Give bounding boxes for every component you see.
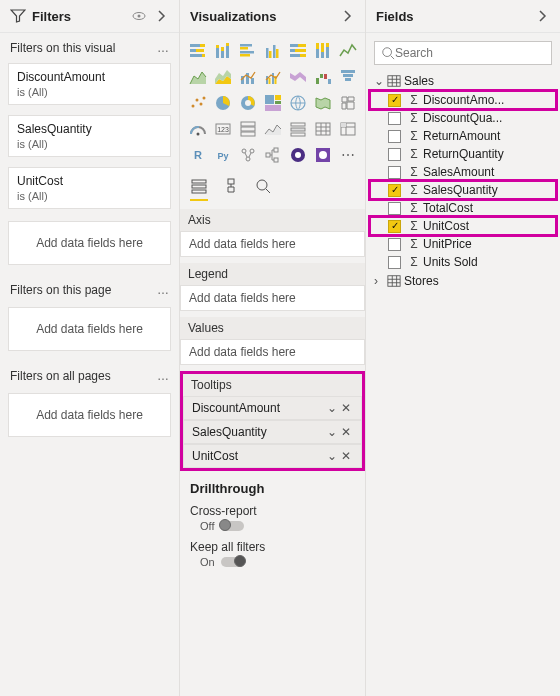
field-row[interactable]: ΣUnits Sold (370, 253, 556, 271)
stacked-bar-icon[interactable] (188, 41, 208, 61)
chevron-down-icon[interactable]: ⌄ (325, 425, 339, 439)
kpi-icon[interactable] (263, 119, 283, 139)
treemap-icon[interactable] (263, 93, 283, 113)
collapse-icon[interactable] (339, 8, 355, 24)
hundred-column-icon[interactable] (313, 41, 333, 61)
scatter-icon[interactable] (188, 93, 208, 113)
area-chart-icon[interactable] (188, 67, 208, 87)
add-fields-page[interactable]: Add data fields here (8, 307, 171, 351)
svg-rect-10 (221, 51, 224, 58)
analytics-tab[interactable] (254, 177, 272, 201)
field-row[interactable]: ΣDiscountAmo... (370, 91, 556, 109)
field-row[interactable]: ΣTotalCost (370, 199, 556, 217)
chevron-down-icon[interactable]: ⌄ (325, 401, 339, 415)
field-checkbox[interactable] (388, 148, 401, 161)
field-row[interactable]: ΣUnitCost (370, 217, 556, 235)
more-visuals-icon[interactable]: ⋯ (338, 145, 358, 165)
fields-tab[interactable] (190, 177, 208, 201)
cross-report-toggle[interactable]: Off (200, 520, 355, 532)
tooltip-field-pill[interactable]: DiscountAmount ⌄ ✕ (183, 396, 362, 420)
svg-rect-17 (240, 54, 250, 57)
search-input[interactable] (395, 46, 545, 60)
collapse-icon[interactable] (534, 8, 550, 24)
legend-bucket[interactable]: Add data fields here (180, 285, 365, 311)
decomposition-tree-icon[interactable] (263, 145, 283, 165)
field-label: DiscountAmo... (423, 93, 552, 107)
collapse-icon[interactable] (153, 8, 169, 24)
fields-search[interactable] (374, 41, 552, 65)
field-checkbox[interactable] (388, 112, 401, 125)
table-row[interactable]: ⌄Sales (370, 71, 556, 91)
python-visual-icon[interactable]: Py (213, 145, 233, 165)
field-checkbox[interactable] (388, 130, 401, 143)
filter-card[interactable]: SalesQuantity is (All) (8, 115, 171, 157)
values-bucket-label: Values (180, 317, 365, 339)
field-checkbox[interactable] (388, 184, 401, 197)
filled-map-icon[interactable] (313, 93, 333, 113)
field-row[interactable]: ΣReturnQuantity (370, 145, 556, 163)
visibility-icon[interactable] (131, 8, 147, 24)
values-bucket[interactable]: Add data fields here (180, 339, 365, 365)
table-row[interactable]: ›Stores (370, 271, 556, 291)
add-fields-all[interactable]: Add data fields here (8, 393, 171, 437)
svg-rect-20 (273, 45, 276, 58)
field-checkbox[interactable] (388, 202, 401, 215)
add-fields-visual[interactable]: Add data fields here (8, 221, 171, 265)
more-icon[interactable]: … (157, 41, 169, 55)
matrix-icon[interactable] (338, 119, 358, 139)
field-row[interactable]: ΣUnitPrice (370, 235, 556, 253)
hundred-bar-icon[interactable] (288, 41, 308, 61)
clustered-column-icon[interactable] (263, 41, 283, 61)
field-row[interactable]: ΣSalesQuantity (370, 181, 556, 199)
funnel-icon[interactable] (338, 67, 358, 87)
field-checkbox[interactable] (388, 256, 401, 269)
qa-visual-icon[interactable] (288, 145, 308, 165)
donut-icon[interactable] (238, 93, 258, 113)
tooltip-field-pill[interactable]: SalesQuantity ⌄ ✕ (183, 420, 362, 444)
slicer-icon[interactable] (288, 119, 308, 139)
line-stacked-column-icon[interactable] (238, 67, 258, 87)
field-row[interactable]: ΣDiscountQua... (370, 109, 556, 127)
svg-rect-46 (343, 74, 353, 77)
stacked-area-icon[interactable] (213, 67, 233, 87)
field-checkbox[interactable] (388, 238, 401, 251)
clustered-bar-icon[interactable] (238, 41, 258, 61)
more-icon[interactable]: … (157, 283, 169, 297)
field-checkbox[interactable] (388, 94, 401, 107)
remove-icon[interactable]: ✕ (339, 401, 353, 415)
line-chart-icon[interactable] (338, 41, 358, 61)
gauge-icon[interactable] (188, 119, 208, 139)
field-checkbox[interactable] (388, 166, 401, 179)
filter-card[interactable]: UnitCost is (All) (8, 167, 171, 209)
field-checkbox[interactable] (388, 220, 401, 233)
stacked-column-icon[interactable] (213, 41, 233, 61)
tooltip-field-pill[interactable]: UnitCost ⌄ ✕ (183, 444, 362, 468)
filters-all-label: Filters on all pages … (0, 361, 179, 387)
keep-filters-toggle[interactable]: On (200, 556, 355, 568)
field-row[interactable]: ΣReturnAmount (370, 127, 556, 145)
svg-rect-27 (300, 54, 306, 57)
line-clustered-column-icon[interactable] (263, 67, 283, 87)
map-icon[interactable] (288, 93, 308, 113)
remove-icon[interactable]: ✕ (339, 449, 353, 463)
pie-icon[interactable] (213, 93, 233, 113)
chevron-down-icon[interactable]: ⌄ (325, 449, 339, 463)
viz-header: Visualizations (180, 0, 365, 33)
key-influencers-icon[interactable] (238, 145, 258, 165)
field-row[interactable]: ΣSalesAmount (370, 163, 556, 181)
table-icon[interactable] (313, 119, 333, 139)
remove-icon[interactable]: ✕ (339, 425, 353, 439)
multi-row-card-icon[interactable] (238, 119, 258, 139)
arcgis-icon[interactable] (313, 145, 333, 165)
shape-map-icon[interactable] (338, 93, 358, 113)
more-icon[interactable]: … (157, 369, 169, 383)
axis-bucket[interactable]: Add data fields here (180, 231, 365, 257)
card-icon[interactable]: 123 (213, 119, 233, 139)
format-tab[interactable] (222, 177, 240, 201)
waterfall-icon[interactable] (313, 67, 333, 87)
svg-point-49 (196, 99, 199, 102)
filter-card[interactable]: DiscountAmount is (All) (8, 63, 171, 105)
format-tabs (180, 171, 365, 203)
r-visual-icon[interactable]: R (188, 145, 208, 165)
ribbon-chart-icon[interactable] (288, 67, 308, 87)
